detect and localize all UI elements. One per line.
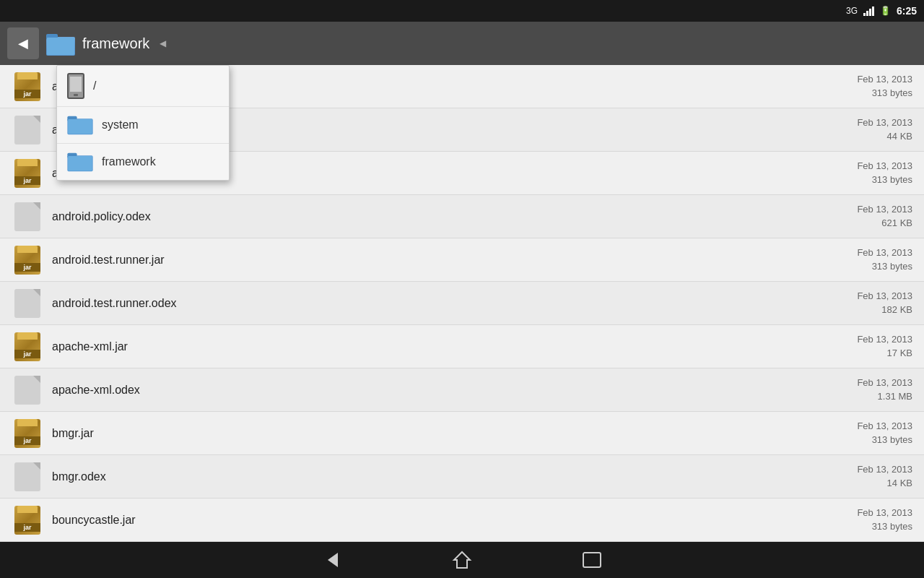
home-nav-button[interactable] (448, 545, 476, 574)
svg-marker-10 (328, 553, 338, 567)
list-item[interactable]: apache-xml.odex Feb 13, 2013 1.31 MB (0, 368, 924, 412)
list-item[interactable]: android.policy.odex Feb 13, 2013 621 KB (0, 195, 924, 238)
jar-icon (12, 418, 43, 449)
list-item[interactable]: bouncycastle.jar Feb 13, 2013 313 bytes (0, 499, 924, 542)
file-meta: Feb 13, 2013 313 bytes (857, 506, 912, 532)
dropdown-arrow-icon[interactable]: ◀ (160, 38, 166, 48)
breadcrumb-system-label: system (102, 118, 139, 131)
toolbar: ◀ framework ◀ (0, 22, 924, 65)
file-meta: Feb 13, 2013 14 KB (857, 463, 912, 489)
file-meta: Feb 13, 2013 313 bytes (857, 420, 912, 446)
back-icon: ◀ (18, 35, 28, 51)
file-name: android.policy.odex (52, 210, 857, 223)
signal-icon (863, 6, 874, 16)
breadcrumb-dropdown: / system framework (56, 65, 230, 181)
odex-icon (12, 201, 43, 233)
jar-icon (12, 244, 43, 276)
file-name: apache-xml.jar (52, 340, 857, 353)
toolbar-title: framework (82, 35, 149, 52)
file-name: android.test.runner.odex (52, 297, 857, 310)
status-time: 6:25 (897, 5, 917, 17)
recents-nav-button[interactable] (578, 545, 606, 574)
file-meta: Feb 13, 2013 313 bytes (857, 73, 912, 99)
svg-marker-11 (454, 552, 470, 568)
odex-icon (12, 461, 43, 493)
list-item[interactable]: bmgr.jar Feb 13, 2013 313 bytes (0, 412, 924, 455)
odex-icon (12, 114, 43, 146)
list-item[interactable]: apache-xml.jar Feb 13, 2013 17 KB (0, 325, 924, 368)
breadcrumb-framework-label: framework (102, 155, 156, 168)
file-meta: Feb 13, 2013 313 bytes (857, 246, 912, 272)
odex-icon (12, 374, 43, 406)
jar-icon (12, 504, 43, 536)
file-meta: Feb 13, 2013 17 KB (857, 333, 912, 359)
status-bar: 3G 🔋 6:25 (0, 0, 924, 22)
nav-bar (0, 542, 924, 578)
svg-rect-6 (68, 119, 92, 134)
list-item[interactable]: android.test.runner.jar Feb 13, 2013 313… (0, 238, 924, 282)
file-meta: Feb 13, 2013 621 KB (857, 203, 912, 229)
file-meta: Feb 13, 2013 313 bytes (857, 160, 912, 186)
svg-rect-12 (583, 553, 601, 567)
folder-icon (46, 31, 75, 56)
file-meta: Feb 13, 2013 1.31 MB (857, 376, 912, 402)
breadcrumb-root[interactable]: / (57, 66, 229, 107)
battery-icon: 🔋 (880, 6, 891, 16)
list-item[interactable]: bmgr.odex Feb 13, 2013 14 KB (0, 455, 924, 499)
network-label: 3G (846, 6, 858, 16)
jar-icon (12, 71, 43, 103)
jar-icon (12, 331, 43, 363)
odex-icon (12, 288, 43, 319)
breadcrumb-root-label: / (93, 79, 96, 92)
list-item[interactable]: android.test.runner.odex Feb 13, 2013 18… (0, 282, 924, 325)
file-name: apache-xml.odex (52, 384, 857, 397)
file-meta: Feb 13, 2013 44 KB (857, 116, 912, 142)
file-meta: Feb 13, 2013 182 KB (857, 290, 912, 316)
jar-icon (12, 158, 43, 189)
svg-rect-3 (47, 38, 74, 55)
back-button[interactable]: ◀ (7, 27, 39, 59)
file-name: bouncycastle.jar (52, 514, 857, 527)
breadcrumb-framework[interactable]: framework (57, 144, 229, 180)
svg-rect-9 (68, 156, 92, 171)
breadcrumb-system[interactable]: system (57, 107, 229, 144)
file-name: android.test.runner.jar (52, 254, 857, 267)
file-name: bmgr.odex (52, 470, 857, 483)
file-name: bmgr.jar (52, 427, 857, 440)
back-nav-button[interactable] (318, 545, 346, 574)
